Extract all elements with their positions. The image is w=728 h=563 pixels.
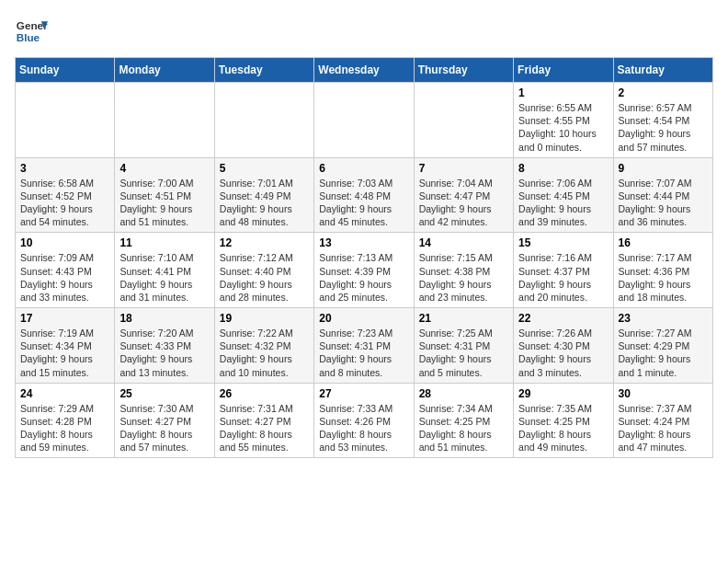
day-number: 3 [20,162,109,175]
day-number: 24 [20,387,109,400]
day-info: Sunrise: 7:30 AMSunset: 4:27 PMDaylight:… [119,402,209,454]
calendar-cell: 14Sunrise: 7:15 AMSunset: 4:38 PMDayligh… [414,233,513,308]
day-number: 8 [518,162,608,175]
week-row-3: 10Sunrise: 7:09 AMSunset: 4:43 PMDayligh… [16,233,713,308]
calendar-cell: 16Sunrise: 7:17 AMSunset: 4:36 PMDayligh… [613,233,712,308]
header-cell-thursday: Thursday [414,58,513,83]
calendar-cell: 11Sunrise: 7:10 AMSunset: 4:41 PMDayligh… [115,233,214,308]
day-number: 1 [518,86,608,99]
header-cell-wednesday: Wednesday [314,58,414,83]
day-info: Sunrise: 7:20 AMSunset: 4:33 PMDaylight:… [119,327,209,379]
calendar-cell: 4Sunrise: 7:00 AMSunset: 4:51 PMDaylight… [115,157,214,233]
calendar-cell: 3Sunrise: 6:58 AMSunset: 4:52 PMDaylight… [16,157,115,233]
calendar-cell: 9Sunrise: 7:07 AMSunset: 4:44 PMDaylight… [613,157,712,233]
calendar-cell: 10Sunrise: 7:09 AMSunset: 4:43 PMDayligh… [16,233,115,308]
day-number: 6 [319,162,408,175]
day-number: 10 [20,236,109,249]
calendar-cell [16,83,115,158]
header-cell-monday: Monday [115,58,214,83]
week-row-2: 3Sunrise: 6:58 AMSunset: 4:52 PMDaylight… [16,157,713,233]
calendar-cell: 8Sunrise: 7:06 AMSunset: 4:45 PMDaylight… [514,157,613,233]
day-number: 17 [20,312,109,325]
day-number: 18 [119,312,209,325]
day-number: 22 [518,312,608,325]
calendar-cell: 18Sunrise: 7:20 AMSunset: 4:33 PMDayligh… [115,308,214,384]
day-number: 30 [619,387,708,400]
calendar-cell: 1Sunrise: 6:55 AMSunset: 4:55 PMDaylight… [514,83,613,158]
day-number: 7 [419,162,508,175]
day-info: Sunrise: 7:17 AMSunset: 4:36 PMDaylight:… [619,251,708,304]
header-cell-tuesday: Tuesday [214,58,313,83]
day-info: Sunrise: 6:55 AMSunset: 4:55 PMDaylight:… [518,101,608,154]
calendar-cell: 6Sunrise: 7:03 AMSunset: 4:48 PMDaylight… [314,157,414,233]
day-number: 23 [619,312,708,325]
day-info: Sunrise: 7:03 AMSunset: 4:48 PMDaylight:… [319,177,408,229]
header-cell-friday: Friday [514,58,613,83]
calendar-cell: 5Sunrise: 7:01 AMSunset: 4:49 PMDaylight… [214,157,313,233]
day-number: 19 [220,312,309,325]
calendar-cell: 20Sunrise: 7:23 AMSunset: 4:31 PMDayligh… [314,308,414,384]
header-cell-saturday: Saturday [613,58,712,83]
calendar-cell: 12Sunrise: 7:12 AMSunset: 4:40 PMDayligh… [214,233,313,308]
calendar-cell: 25Sunrise: 7:30 AMSunset: 4:27 PMDayligh… [115,383,214,458]
calendar-cell: 29Sunrise: 7:35 AMSunset: 4:25 PMDayligh… [514,383,613,458]
calendar-cell [214,83,313,158]
calendar-cell: 21Sunrise: 7:25 AMSunset: 4:31 PMDayligh… [414,308,513,384]
day-info: Sunrise: 7:16 AMSunset: 4:37 PMDaylight:… [518,251,608,304]
day-number: 15 [518,236,608,249]
day-info: Sunrise: 7:13 AMSunset: 4:39 PMDaylight:… [319,251,408,304]
day-info: Sunrise: 7:34 AMSunset: 4:25 PMDaylight:… [419,402,508,454]
day-number: 21 [419,312,508,325]
calendar-cell: 22Sunrise: 7:26 AMSunset: 4:30 PMDayligh… [514,308,613,384]
calendar-cell: 19Sunrise: 7:22 AMSunset: 4:32 PMDayligh… [214,308,313,384]
day-number: 14 [419,236,508,249]
svg-text:Blue: Blue [17,31,40,43]
calendar-cell: 28Sunrise: 7:34 AMSunset: 4:25 PMDayligh… [414,383,513,458]
day-number: 25 [119,387,209,400]
calendar-cell: 7Sunrise: 7:04 AMSunset: 4:47 PMDaylight… [414,157,513,233]
day-number: 20 [319,312,408,325]
day-info: Sunrise: 7:04 AMSunset: 4:47 PMDaylight:… [419,177,508,229]
calendar-cell: 24Sunrise: 7:29 AMSunset: 4:28 PMDayligh… [16,383,115,458]
day-number: 16 [619,236,708,249]
day-number: 27 [319,387,408,400]
calendar-cell: 30Sunrise: 7:37 AMSunset: 4:24 PMDayligh… [613,383,712,458]
day-number: 29 [518,387,608,400]
day-number: 13 [319,236,408,249]
day-info: Sunrise: 6:57 AMSunset: 4:54 PMDaylight:… [619,101,708,154]
day-info: Sunrise: 7:00 AMSunset: 4:51 PMDaylight:… [119,177,209,229]
calendar-cell: 27Sunrise: 7:33 AMSunset: 4:26 PMDayligh… [314,383,414,458]
calendar-cell: 15Sunrise: 7:16 AMSunset: 4:37 PMDayligh… [514,233,613,308]
header-cell-sunday: Sunday [16,58,115,83]
calendar-cell: 23Sunrise: 7:27 AMSunset: 4:29 PMDayligh… [613,308,712,384]
day-info: Sunrise: 7:23 AMSunset: 4:31 PMDaylight:… [319,327,408,379]
day-info: Sunrise: 6:58 AMSunset: 4:52 PMDaylight:… [20,177,109,229]
day-info: Sunrise: 7:37 AMSunset: 4:24 PMDaylight:… [619,402,708,454]
week-row-5: 24Sunrise: 7:29 AMSunset: 4:28 PMDayligh… [16,383,713,458]
calendar-cell: 26Sunrise: 7:31 AMSunset: 4:27 PMDayligh… [214,383,313,458]
calendar-cell [414,83,513,158]
week-row-1: 1Sunrise: 6:55 AMSunset: 4:55 PMDaylight… [16,83,713,158]
calendar-cell [314,83,414,158]
day-info: Sunrise: 7:10 AMSunset: 4:41 PMDaylight:… [119,251,209,304]
day-number: 9 [619,162,708,175]
day-number: 11 [119,236,209,249]
logo: General Blue [15,15,51,48]
day-info: Sunrise: 7:25 AMSunset: 4:31 PMDaylight:… [419,327,508,379]
day-info: Sunrise: 7:07 AMSunset: 4:44 PMDaylight:… [619,177,708,229]
day-number: 2 [619,86,708,99]
day-info: Sunrise: 7:09 AMSunset: 4:43 PMDaylight:… [20,251,109,304]
day-info: Sunrise: 7:15 AMSunset: 4:38 PMDaylight:… [419,251,508,304]
week-row-4: 17Sunrise: 7:19 AMSunset: 4:34 PMDayligh… [16,308,713,384]
day-info: Sunrise: 7:22 AMSunset: 4:32 PMDaylight:… [220,327,309,379]
calendar-cell: 2Sunrise: 6:57 AMSunset: 4:54 PMDaylight… [613,83,712,158]
header: General Blue [15,15,713,48]
calendar-cell: 13Sunrise: 7:13 AMSunset: 4:39 PMDayligh… [314,233,414,308]
day-number: 12 [220,236,309,249]
day-info: Sunrise: 7:29 AMSunset: 4:28 PMDaylight:… [20,402,109,454]
day-info: Sunrise: 7:12 AMSunset: 4:40 PMDaylight:… [220,251,309,304]
day-info: Sunrise: 7:35 AMSunset: 4:25 PMDaylight:… [518,402,608,454]
day-info: Sunrise: 7:19 AMSunset: 4:34 PMDaylight:… [20,327,109,379]
day-number: 28 [419,387,508,400]
day-number: 5 [220,162,309,175]
